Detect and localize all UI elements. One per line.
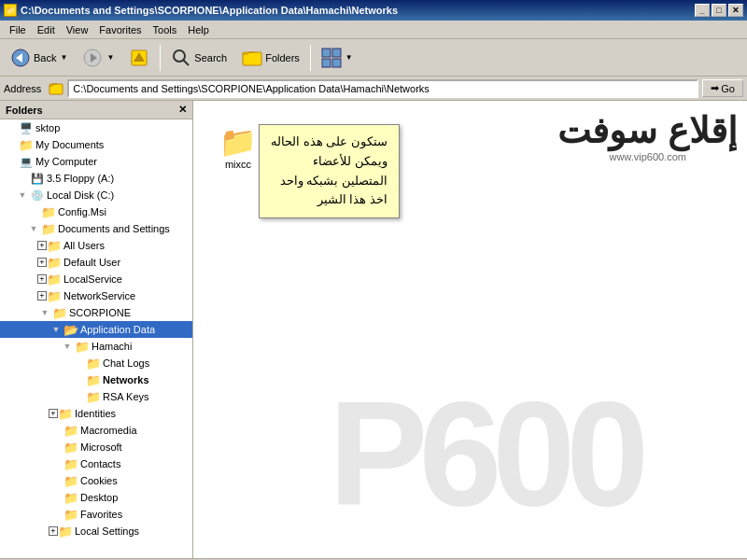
search-button[interactable]: Search [164,43,233,73]
expand-icon [49,423,63,438]
back-button[interactable]: Back ▼ [4,43,74,73]
sidebar-item-scorpione[interactable]: ▼ 📁 SCORPIONE [0,304,192,321]
sidebar-item-desktop[interactable]: 🖥️ sktop [0,119,192,136]
folder-icon: 📁 [41,221,56,236]
expand-icon [49,456,63,471]
search-label: Search [194,52,227,63]
titlebar-folder-icon: 📁 [4,4,17,17]
sidebar-item-contacts[interactable]: 📁 Contacts [0,455,192,472]
sidebar-item-documents-settings[interactable]: ▼ 📁 Documents and Settings [0,220,192,237]
balloon-tooltip: ستكون على هذه الحاله ويمكن للأعضاء المتص… [259,124,400,218]
forward-icon [82,48,103,68]
sidebar-item-label: Application Data [80,324,155,335]
folder-icon: 📁 [47,255,62,270]
go-arrow-icon: ➡ [711,82,719,94]
folder-icon: 📁 [75,339,90,354]
views-icon [321,48,342,68]
folder-label: mixcc [225,159,251,170]
close-button[interactable]: ✕ [728,4,743,17]
folder-icon: 📁 [52,305,67,320]
sidebar-item-desktop-folder[interactable]: 📁 Desktop [0,489,192,506]
folder-icon: 📁 [86,389,101,404]
maximize-button[interactable]: □ [712,4,726,17]
titlebar-left: 📁 C:\Documents and Settings\SCORPIONE\Ap… [4,4,398,17]
balloon-line4: اخذ هذا الشير [271,190,388,210]
expand-icon [4,137,19,152]
svg-rect-9 [322,49,331,57]
collapse-icon: ▼ [60,339,75,354]
folder-large-icon: 📁 [219,127,257,157]
folder-icon: 📁 [86,372,101,387]
expand-icon [49,507,63,522]
expand-icon: + [49,409,58,418]
sidebar-item-macromedia[interactable]: 📁 Macromedia [0,422,192,439]
menu-edit[interactable]: Edit [32,22,61,37]
sidebar-item-network-service[interactable]: + 📁 NetworkService [0,287,192,304]
sidebar-item-identities[interactable]: + 📁 Identities [0,405,192,422]
sidebar-item-local-service[interactable]: + 📁 LocalService [0,271,192,287]
sidebar-item-label: Chat Logs [103,357,149,369]
menu-tools[interactable]: Tools [148,22,183,37]
up-button[interactable] [122,43,156,73]
expand-icon [26,204,41,219]
sidebar-item-my-computer[interactable]: 💻 My Computer [0,153,192,170]
folder-icon: 📁 [47,272,62,287]
folders-label: Folders [265,52,300,63]
sidebar-item-chat-logs[interactable]: 📁 Chat Logs [0,355,192,371]
sidebar-item-favorites[interactable]: 📁 Favorites [0,506,192,523]
minimize-button[interactable]: _ [695,4,710,17]
svg-rect-12 [332,59,341,67]
sidebar-item-cookies[interactable]: 📁 Cookies [0,472,192,489]
sidebar-item-application-data[interactable]: ▼ 📂 Application Data [0,321,192,338]
titlebar-buttons[interactable]: _ □ ✕ [695,4,743,17]
sidebar-item-hamachi[interactable]: ▼ 📁 Hamachi [0,338,192,355]
sidebar-item-default-user[interactable]: + 📁 Default User [0,254,192,271]
menu-view[interactable]: View [61,22,94,37]
sidebar-item-microsoft[interactable]: 📁 Microsoft [0,439,192,455]
folder-open-icon: 📂 [63,322,78,337]
sidebar-item-floppy[interactable]: 💾 3.5 Floppy (A:) [0,170,192,187]
folder-icon: 📁 [63,440,78,455]
sidebar-item-label: NetworkService [63,290,135,301]
go-button[interactable]: ➡ Go [702,79,743,97]
sidebar-item-config-msi[interactable]: 📁 Config.Msi [0,203,192,220]
sidebar: Folders ✕ 🖥️ sktop 📁 My Documents 💻 My C… [0,101,193,558]
sidebar-close-button[interactable]: ✕ [178,104,187,116]
expand-icon: + [49,526,58,536]
forward-button[interactable]: ▼ [76,43,120,73]
collapse-icon: ▼ [26,221,41,236]
expand-icon: + [37,241,47,250]
logo-website: www.vip600.com [609,151,686,162]
sidebar-item-label: Default User [63,257,120,268]
expand-icon: + [37,258,47,267]
back-label: Back [34,52,56,63]
folders-button[interactable]: Folders [235,43,306,73]
up-icon [129,48,149,68]
sidebar-tree[interactable]: 🖥️ sktop 📁 My Documents 💻 My Computer 💾 … [0,119,192,558]
views-button[interactable]: ▼ [315,43,359,73]
sidebar-item-networks[interactable]: 📁 Networks [0,371,192,388]
menu-favorites[interactable]: Favorites [93,22,147,37]
logo-arabic-text: إقلاع سوفت [557,110,738,151]
expand-icon [49,490,63,505]
forward-arrow-icon: ▼ [106,53,114,62]
menu-file[interactable]: File [4,22,32,37]
svg-line-7 [183,60,189,65]
content-area: إقلاع سوفت www.vip600.com 📁 mixcc ستكون … [193,101,747,558]
address-input[interactable] [67,79,698,98]
computer-icon: 💻 [19,154,34,169]
sidebar-item-my-documents[interactable]: 📁 My Documents [0,136,192,153]
content-folder-mixcc[interactable]: 📁 mixcc [212,119,264,177]
menu-help[interactable]: Help [182,22,215,37]
sidebar-item-all-users[interactable]: + 📁 All Users [0,237,192,254]
back-arrow-icon: ▼ [60,53,67,62]
p600-watermark: P600 [221,368,747,539]
vip600-logo: إقلاع سوفت www.vip600.com [557,110,738,162]
watermark-text: P600 [329,368,641,539]
sidebar-item-local-settings[interactable]: + 📁 Local Settings [0,523,192,539]
sidebar-item-rsa-keys[interactable]: 📁 RSA Keys [0,388,192,405]
sidebar-item-local-disk[interactable]: ▼ 💿 Local Disk (C:) [0,187,192,203]
folder-icon: 📁 [86,356,101,371]
sidebar-item-label: Desktop [80,492,118,503]
expand-icon [4,120,19,135]
